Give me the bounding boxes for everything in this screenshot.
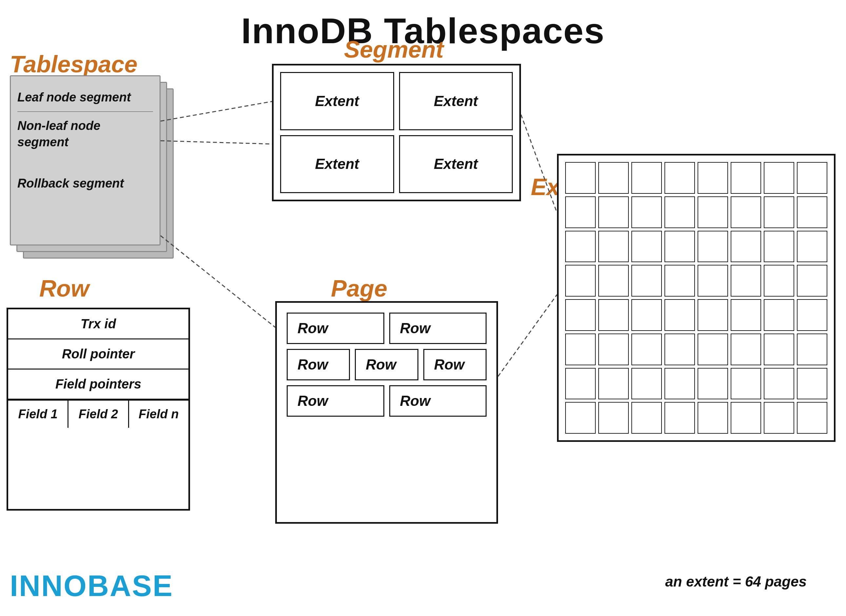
extent-grid-cell (631, 162, 662, 194)
row-box: Trx id Roll pointer Field pointers Field… (7, 308, 190, 510)
extent-grid-box (557, 154, 836, 442)
page-row-line-2: Row Row Row (287, 349, 487, 380)
extent-cell-3: Extent (280, 135, 394, 194)
roll-pointer-field: Roll pointer (8, 339, 188, 370)
innobase-logo: INNOBASE (10, 569, 173, 603)
extent-grid-cell (631, 231, 662, 263)
extent-grid-cell (665, 368, 695, 400)
extent-grid-cell (697, 265, 728, 296)
extent-grid-cell (598, 402, 629, 434)
tablespace-stack: Leaf node segment Non-leaf node segment … (10, 75, 180, 265)
page-row-3-1: Row (287, 385, 384, 417)
extent-grid-cell (764, 299, 794, 331)
extent-grid-cell (598, 368, 629, 400)
extent-grid-cell (565, 333, 596, 365)
extent-grid-cell (731, 162, 761, 194)
extent-grid-cell (764, 197, 794, 228)
row-inner: Trx id Roll pointer Field pointers Field… (8, 309, 188, 428)
tablespace-label: Tablespace (10, 51, 138, 78)
page-row-2-2: Row (355, 349, 418, 380)
extent-cell-1: Extent (280, 72, 394, 130)
extent-grid-cell (797, 197, 827, 228)
extent-grid-cell (797, 299, 827, 331)
extent-grid-cell (731, 231, 761, 263)
extent-cell-4: Extent (399, 135, 513, 194)
stack-layer-front: Leaf node segment Non-leaf node segment … (10, 75, 160, 245)
field-1: Field 1 (8, 400, 69, 428)
extent-grid-cell (565, 368, 596, 400)
page-row-1-1: Row (287, 312, 384, 344)
extent-grid-cell (697, 162, 728, 194)
extent-cell-2: Extent (399, 72, 513, 130)
extent-grid-cell (565, 197, 596, 228)
svg-line-3 (498, 295, 557, 376)
extent-grid-cell (598, 299, 629, 331)
trx-id-field: Trx id (8, 309, 188, 339)
extent-grid-cell (797, 265, 827, 296)
extent-grid-cell (697, 231, 728, 263)
extent-grid-cell (565, 402, 596, 434)
page-row-line-3: Row Row (287, 385, 487, 417)
page-row-2-3: Row (423, 349, 487, 380)
extent-grid-cell (797, 231, 827, 263)
page-label: Page (331, 275, 387, 302)
extent-note: an extent = 64 pages (665, 573, 807, 590)
extent-grid-cell (665, 197, 695, 228)
extent-grid-cell (665, 265, 695, 296)
extent-grid-cell (731, 197, 761, 228)
extent-grid-cell (797, 368, 827, 400)
page-box: Row Row Row Row Row Row Row (275, 301, 498, 524)
extent-grid-cell (665, 299, 695, 331)
page-rows-container: Row Row Row Row Row Row Row (283, 309, 490, 420)
page-row-3-2: Row (389, 385, 487, 417)
extent-grid-cell (731, 368, 761, 400)
extent-grid-cell (631, 402, 662, 434)
extent-grid-cell (797, 402, 827, 434)
extent-grid-cell (764, 333, 794, 365)
extent-grid-cell (565, 299, 596, 331)
extent-grid-cell (697, 197, 728, 228)
extent-grid-cell (764, 162, 794, 194)
extent-grid-cell (598, 231, 629, 263)
extent-grid-cell (631, 368, 662, 400)
extent-grid-cell (731, 299, 761, 331)
extent-grid-cell (665, 402, 695, 434)
segment-box: Extent Extent Extent Extent (272, 64, 521, 201)
field-pointers-field: Field pointers (8, 370, 188, 400)
row-fields-row: Field 1 Field 2 Field n (8, 400, 188, 428)
extent-grid-cell (631, 197, 662, 228)
extent-grid-cell (565, 162, 596, 194)
extent-grid-cell (631, 333, 662, 365)
extent-grid-cell (731, 402, 761, 434)
extent-grid-cell (565, 265, 596, 296)
extent-grid-cell (598, 333, 629, 365)
rollback-text: Rollback segment (11, 163, 160, 194)
extent-grid-cell (731, 333, 761, 365)
extent-grid-cell (631, 265, 662, 296)
non-leaf-node-text: Non-leaf node segment (18, 114, 153, 154)
extent-grid-cell (665, 162, 695, 194)
extent-grid-cell (631, 299, 662, 331)
extent-grid-cell (697, 333, 728, 365)
extent-grid-cell (598, 265, 629, 296)
extent-grid-cell (697, 299, 728, 331)
extent-grid-cell (598, 197, 629, 228)
extent-grid-cell (565, 231, 596, 263)
extent-grid-cell (764, 402, 794, 434)
extent-grid (565, 162, 827, 434)
segment-label: Segment (344, 36, 444, 63)
extent-grid-cell (764, 368, 794, 400)
page-row-2-1: Row (287, 349, 350, 380)
extent-grid-cell (697, 402, 728, 434)
extent-grid-cell (797, 162, 827, 194)
extent-grid-cell (598, 162, 629, 194)
field-n: Field n (129, 400, 188, 428)
row-label: Row (39, 275, 89, 302)
page-row-1-2: Row (389, 312, 487, 344)
page-row-line-1: Row Row (287, 312, 487, 344)
extent-grid-cell (797, 333, 827, 365)
extent-grid-cell (764, 265, 794, 296)
extent-grid-cell (665, 333, 695, 365)
extent-grid-cell (731, 265, 761, 296)
field-2: Field 2 (69, 400, 129, 428)
